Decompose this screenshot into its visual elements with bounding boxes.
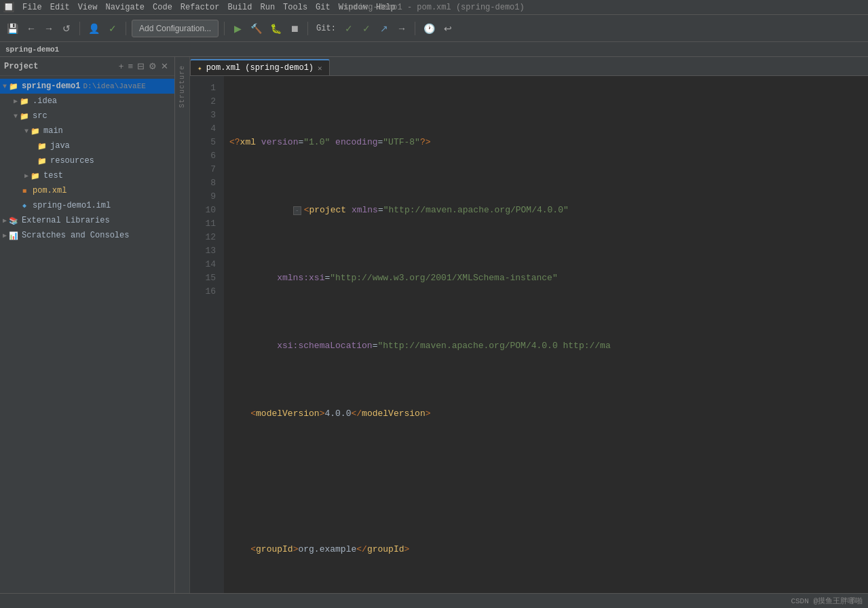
git-check-button[interactable]: ✓ <box>341 20 356 37</box>
toolbar-separator-3 <box>224 22 225 35</box>
tree-test-label: test <box>43 171 63 180</box>
app-icon: 🔲 <box>3 1 14 13</box>
line-num-1: 1 <box>190 81 224 95</box>
sidebar-title: Project <box>4 62 117 71</box>
menu-tools[interactable]: Tools <box>279 1 312 14</box>
add-configuration-button[interactable]: Add Configuration... <box>132 20 219 37</box>
menu-window[interactable]: Window <box>335 1 372 14</box>
tab-close-button[interactable]: ✕ <box>318 64 322 73</box>
fold-button-2[interactable]: - <box>293 206 301 215</box>
tree-idea-folder[interactable]: ▶ 📁 .idea <box>0 94 174 109</box>
run-button[interactable]: ▶ <box>230 20 245 37</box>
line-num-10: 10 <box>190 204 224 217</box>
code-line-5: <modelVersion>4.0.0</modelVersion> <box>229 407 868 421</box>
tree-main-label: main <box>43 126 63 136</box>
forward-button[interactable]: → <box>41 20 56 37</box>
tree-resources-folder[interactable]: 📁 resources <box>0 153 174 168</box>
menu-file[interactable]: File <box>18 1 46 14</box>
code-content[interactable]: <?xml version="1.0" encoding="UTF-8"?> -… <box>224 76 868 593</box>
code-line-2: - <project xmlns="http://maven.apache.or… <box>229 204 868 217</box>
menu-git[interactable]: Git <box>312 1 335 14</box>
sidebar-collapse-button[interactable]: ⊟ <box>135 60 147 72</box>
tree-test-folder[interactable]: ▶ 📁 test <box>0 168 174 183</box>
editor-area: ✦ pom.xml (spring-demo1) ✕ 1 2 3 4 5 6 7… <box>190 57 868 593</box>
structure-label: Structure <box>178 65 186 108</box>
test-arrow-icon: ▶ <box>24 172 29 180</box>
back-button[interactable]: ← <box>24 20 39 37</box>
line-num-8: 8 <box>190 176 224 190</box>
tree-scratches-label: Scratches and Consoles <box>22 231 129 240</box>
line-num-14: 14 <box>190 258 224 271</box>
refresh-button[interactable]: ↺ <box>59 20 74 37</box>
sidebar-close-button[interactable]: ✕ <box>159 60 170 72</box>
sidebar: Project + ≡ ⊟ ⚙ ✕ ▼ 📁 spring-demo1 D:\id… <box>0 57 175 593</box>
line-num-3: 3 <box>190 109 224 122</box>
git-commit-button[interactable]: ✓ <box>359 20 374 37</box>
undo-action-button[interactable]: ✓ <box>105 20 120 37</box>
line-num-16: 16 <box>190 285 224 299</box>
line-num-15: 15 <box>190 271 224 285</box>
menu-view[interactable]: View <box>74 1 102 14</box>
menu-navigate[interactable]: Navigate <box>101 1 149 14</box>
line-num-9: 9 <box>190 190 224 204</box>
sidebar-scroll-button[interactable]: ≡ <box>126 60 135 72</box>
toolbar-separator-1 <box>79 22 80 35</box>
tree-main-folder[interactable]: ▼ 📁 main <box>0 124 174 138</box>
code-editor[interactable]: 1 2 3 4 5 6 7 8 9 10 11 12 13 14 15 16 <box>190 76 868 593</box>
tree-root-label: spring-demo1 <box>22 81 80 91</box>
project-title-bar: spring-demo1 <box>0 42 868 57</box>
sidebar-settings-button[interactable]: ⚙ <box>147 60 159 72</box>
line-num-4: 4 <box>190 122 224 136</box>
xml-pi-open: <? <box>229 136 240 149</box>
idea-arrow-icon: ▶ <box>14 97 18 105</box>
tab-pom-xml[interactable]: ✦ pom.xml (spring-demo1) ✕ <box>190 59 330 75</box>
pom-file-icon: ◼ <box>19 185 30 196</box>
tree-java-folder[interactable]: 📁 java <box>0 138 174 153</box>
stop-button[interactable]: ⏹ <box>287 20 302 37</box>
toolbar-separator-2 <box>126 22 126 35</box>
tree-external-libraries[interactable]: ▶ 📚 External Libraries <box>0 213 174 228</box>
tree-pom-file[interactable]: ◼ pom.xml <box>0 183 174 198</box>
menu-edit[interactable]: Edit <box>46 1 74 14</box>
tree-iml-label: spring-demo1.iml <box>33 201 111 210</box>
tree-root-path: D:\idea\JavaEE <box>83 82 145 90</box>
build-button[interactable]: 🔨 <box>248 20 265 37</box>
debug-button[interactable]: 🐛 <box>267 20 284 37</box>
history-button[interactable]: 🕐 <box>421 20 438 37</box>
code-line-1: <?xml version="1.0" encoding="UTF-8"?> <box>229 136 868 149</box>
menu-build[interactable]: Build <box>223 1 256 14</box>
code-line-3: xmlns:xsi="http://www.w3.org/2001/XMLSch… <box>229 271 868 285</box>
ext-arrow-icon: ▶ <box>3 216 7 225</box>
toolbar-separator-4 <box>307 22 308 35</box>
scratch-icon: 📊 <box>8 230 19 241</box>
tree-ext-label: External Libraries <box>22 216 110 225</box>
src-arrow-icon: ▼ <box>14 113 18 120</box>
tab-xml-icon: ✦ <box>197 64 202 73</box>
line-num-13: 13 <box>190 244 224 258</box>
status-bar: CSDN @摸鱼王胖哪啪 <box>0 593 868 608</box>
tree-scratches[interactable]: ▶ 📊 Scratches and Consoles <box>0 228 174 243</box>
line-num-11: 11 <box>190 217 224 231</box>
profile-button[interactable]: 👤 <box>86 20 102 37</box>
code-line-6 <box>229 475 868 489</box>
menu-bar: 🔲 File Edit View Navigate Code Refactor … <box>0 0 868 15</box>
git-push-button[interactable]: ↗ <box>377 20 392 37</box>
menu-help[interactable]: Help <box>372 1 400 14</box>
menu-run[interactable]: Run <box>256 1 279 14</box>
tree-idea-label: .idea <box>33 96 57 106</box>
sidebar-add-button[interactable]: + <box>117 60 126 72</box>
tree-src-folder[interactable]: ▼ 📁 src <box>0 109 174 124</box>
line-num-2: 2 <box>190 95 224 109</box>
line-num-7: 7 <box>190 163 224 176</box>
main-arrow-icon: ▼ <box>24 128 29 135</box>
tree-root-item[interactable]: ▼ 📁 spring-demo1 D:\idea\JavaEE <box>0 79 174 94</box>
src-folder-icon: 📁 <box>19 111 30 121</box>
menu-code[interactable]: Code <box>149 1 176 14</box>
menu-refactor[interactable]: Refactor <box>176 1 224 14</box>
tree-iml-file[interactable]: ◆ spring-demo1.iml <box>0 198 174 213</box>
git-fetch-button[interactable]: → <box>394 20 409 37</box>
save-button[interactable]: 💾 <box>4 20 21 37</box>
tree-pom-label: pom.xml <box>33 186 67 195</box>
revert-button[interactable]: ↩ <box>440 20 455 37</box>
idea-folder-icon: 📁 <box>19 96 30 107</box>
